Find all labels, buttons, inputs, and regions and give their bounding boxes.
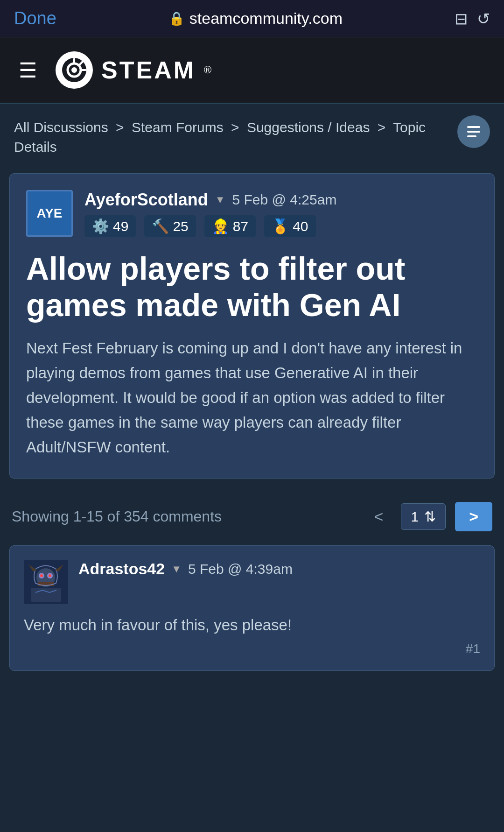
post-card: AYE AyeforScotland ▼ 5 Feb @ 4:25am ⚙️ 4… [9,173,495,479]
toc-button[interactable] [457,115,490,148]
breadcrumb-topic: Topic [393,120,426,135]
svg-point-2 [71,67,77,73]
comment-card: Adrastos42 ▼ 5 Feb @ 4:39am Very much in… [9,545,495,671]
breadcrumb-suggestions-ideas[interactable]: Suggestions / Ideas [247,120,370,135]
comment-date: 5 Feb @ 4:39am [188,561,293,577]
done-button[interactable]: Done [14,8,56,28]
badge-4-icon: 🏅 [272,218,289,234]
page-selector[interactable]: 1 ⇅ [401,503,446,530]
breadcrumb-details: Details [14,137,448,157]
badge-2-icon: 🔨 [152,218,169,234]
badge-4-count: 40 [293,219,308,234]
steam-logo[interactable]: STEAM® [56,51,211,89]
comment-number: #1 [24,642,480,656]
current-page: 1 [411,509,419,525]
post-header: AYE AyeforScotland ▼ 5 Feb @ 4:25am ⚙️ 4… [26,190,478,237]
steam-logo-text: STEAM [101,56,196,84]
badge-2: 🔨 25 [144,215,196,237]
breadcrumb-all-discussions[interactable]: All Discussions [14,120,108,135]
badge-3-count: 87 [233,219,248,234]
refresh-icon[interactable]: ↺ [477,9,490,28]
badge-4: 🏅 40 [264,215,315,237]
comment-body: Very much in favour of this, yes please! [24,613,480,637]
steam-logo-svg [62,57,87,83]
breadcrumb-steam-forums[interactable]: Steam Forums [132,120,224,135]
post-title: Allow players to filter out games made w… [26,250,478,323]
steam-header: ☰ STEAM® [0,37,504,104]
lock-icon: 🔒 [168,11,185,26]
comment-header: Adrastos42 ▼ 5 Feb @ 4:39am [24,560,480,604]
browser-bar: Done 🔒 steamcommunity.com ⊟ ↺ [0,0,504,37]
comment-author-name[interactable]: Adrastos42 [78,560,165,578]
username-row: AyeforScotland ▼ 5 Feb @ 4:25am [84,190,478,210]
comments-count: Showing 1-15 of 354 comments [12,508,357,525]
browser-actions: ⊟ ↺ [455,9,490,28]
badge-3: 👷 87 [204,215,256,237]
badge-3-icon: 👷 [212,218,229,234]
post-author-avatar[interactable]: AYE [26,190,73,237]
url-text: steamcommunity.com [189,9,343,28]
author-dropdown-icon[interactable]: ▼ [215,194,225,206]
svg-rect-13 [31,588,61,602]
next-page-button[interactable]: > [455,502,492,531]
comment-author-avatar[interactable] [24,560,68,604]
breadcrumb: All Discussions > Steam Forums > Suggest… [14,118,448,157]
url-bar: 🔒 steamcommunity.com [56,9,455,28]
badges-row: ⚙️ 49 🔨 25 👷 87 🏅 40 [84,215,478,237]
svg-point-10 [40,574,43,577]
hamburger-menu-icon[interactable]: ☰ [19,58,37,82]
steam-logo-circle [56,51,93,89]
comment-avatar-image [24,560,68,604]
svg-point-11 [49,574,51,577]
svg-rect-5 [467,135,476,137]
breadcrumb-area: All Discussions > Steam Forums > Suggest… [0,104,504,166]
badge-1-count: 49 [113,219,128,234]
post-author-name[interactable]: AyeforScotland [84,190,208,210]
badge-1-icon: ⚙️ [92,218,109,234]
comment-username-row: Adrastos42 ▼ 5 Feb @ 4:39am [78,560,480,578]
breadcrumb-sep1: > [116,120,124,135]
avatar-text: AYE [36,206,62,221]
badge-1: ⚙️ 49 [84,215,136,237]
prev-page-button[interactable]: < [366,504,392,529]
steam-registered: ® [204,64,211,76]
post-date: 5 Feb @ 4:25am [232,192,337,208]
comment-author-dropdown-icon[interactable]: ▼ [171,563,182,575]
comments-bar: Showing 1-15 of 354 comments < 1 ⇅ > [0,488,504,545]
svg-rect-3 [467,126,480,128]
post-meta: AyeforScotland ▼ 5 Feb @ 4:25am ⚙️ 49 🔨 … [84,190,478,237]
toc-icon [465,123,482,140]
breadcrumb-sep2: > [231,120,239,135]
comment-meta: Adrastos42 ▼ 5 Feb @ 4:39am [78,560,480,580]
svg-rect-4 [467,131,480,133]
tabs-icon[interactable]: ⊟ [455,9,468,28]
page-stepper-icon: ⇅ [424,508,436,525]
breadcrumb-sep3: > [378,120,386,135]
post-body: Next Fest February is coming up and I do… [26,336,478,459]
badge-2-count: 25 [173,219,188,234]
